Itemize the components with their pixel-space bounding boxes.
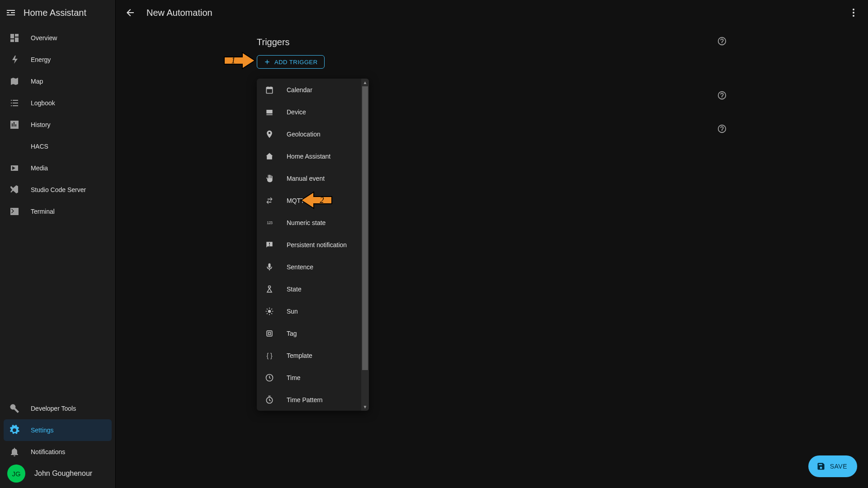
sidebar-item-notifications[interactable]: Notifications <box>4 441 112 463</box>
trigger-option-mqtt[interactable]: MQTT 2 <box>257 189 369 211</box>
menu-item-label: Time Pattern <box>287 396 323 404</box>
section-header: Triggers <box>257 36 727 48</box>
sidebar-item-terminal[interactable]: Terminal <box>4 201 112 222</box>
sidebar-item-settings[interactable]: Settings <box>4 419 112 441</box>
hand-icon <box>265 174 274 183</box>
sidebar-user[interactable]: JG John Goughenour <box>4 463 112 484</box>
trigger-option-persistent-notification[interactable]: Persistent notification <box>257 234 369 256</box>
menu-item-label: Template <box>287 352 312 359</box>
bell-icon <box>9 446 20 457</box>
state-icon <box>265 285 274 294</box>
overflow-menu-button[interactable] <box>844 4 863 22</box>
annotation-arrow-step2: 2 <box>298 189 333 211</box>
braces-icon: { } <box>265 351 274 360</box>
sidebar-item-history[interactable]: History <box>4 114 112 136</box>
section-conditions <box>257 90 727 102</box>
section-header <box>257 90 727 102</box>
menu-collapse-icon[interactable] <box>5 7 16 18</box>
svg-point-2 <box>853 15 854 17</box>
section-actions <box>257 124 727 136</box>
trigger-option-sentence[interactable]: Sentence <box>257 256 369 278</box>
sidebar-item-label: Studio Code Server <box>31 186 86 193</box>
sidebar-item-label: Settings <box>31 427 54 434</box>
trigger-option-time-pattern[interactable]: Time Pattern <box>257 389 369 411</box>
menu-item-label: Sun <box>287 308 298 315</box>
hacs-icon <box>9 141 20 152</box>
annotation-step2-label: 2 <box>320 196 324 205</box>
sidebar-item-label: Terminal <box>31 208 55 215</box>
gear-icon <box>9 425 20 436</box>
sidebar-item-label: Logbook <box>31 99 55 107</box>
section-header <box>257 124 727 136</box>
scroll-down-icon[interactable]: ▼ <box>361 403 369 411</box>
avatar-initials: JG <box>12 470 20 478</box>
menu-item-label: State <box>287 286 302 293</box>
scroll-up-icon[interactable]: ▲ <box>361 79 369 86</box>
section-triggers: Triggers Add Trigger 1 /* place <box>257 36 727 69</box>
save-label: SAVE <box>830 463 847 470</box>
back-button[interactable] <box>121 4 139 22</box>
sidebar-item-label: Notifications <box>31 448 65 455</box>
sidebar-item-studio-code[interactable]: Studio Code Server <box>4 179 112 201</box>
add-trigger-label: Add Trigger <box>274 59 318 66</box>
sidebar-bottom: Developer Tools Settings Notifications J… <box>0 396 115 488</box>
trigger-option-template[interactable]: { } Template <box>257 344 369 366</box>
device-icon <box>265 108 274 117</box>
sidebar-nav: Overview Energy Map Logbook History HACS <box>0 25 115 396</box>
numeric-icon: 123 <box>265 218 274 227</box>
svg-point-0 <box>853 9 854 10</box>
sidebar-item-media[interactable]: Media <box>4 157 112 179</box>
trigger-option-time[interactable]: Time <box>257 366 369 389</box>
topbar: New Automation <box>116 0 868 25</box>
sidebar-item-label: Energy <box>31 56 51 63</box>
trigger-option-home-assistant[interactable]: Home Assistant <box>257 145 369 167</box>
sidebar-item-overview[interactable]: Overview <box>4 27 112 49</box>
trigger-option-device[interactable]: Device <box>257 101 369 123</box>
save-icon <box>816 462 826 471</box>
map-icon <box>9 76 20 87</box>
sidebar-item-developer-tools[interactable]: Developer Tools <box>4 398 112 419</box>
help-icon[interactable] <box>717 36 727 48</box>
user-name: John Goughenour <box>34 469 92 478</box>
sidebar-item-map[interactable]: Map <box>4 70 112 92</box>
trigger-option-manual-event[interactable]: Manual event <box>257 167 369 189</box>
svg-rect-5 <box>267 331 272 336</box>
sidebar-item-label: History <box>31 121 51 128</box>
help-icon[interactable] <box>717 90 727 102</box>
trigger-option-state[interactable]: State <box>257 278 369 300</box>
sidebar-item-energy[interactable]: Energy <box>4 49 112 70</box>
sidebar-item-label: Media <box>31 164 48 172</box>
add-trigger-button[interactable]: Add Trigger <box>257 55 325 69</box>
sidebar-item-label: Developer Tools <box>31 405 76 412</box>
trigger-option-tag[interactable]: Tag <box>257 322 369 344</box>
tag-icon <box>265 329 274 338</box>
menu-item-label: Device <box>287 108 306 116</box>
svg-point-4 <box>268 310 271 313</box>
avatar: JG <box>7 465 25 483</box>
vscode-icon <box>9 184 20 195</box>
menu-item-label: Numeric state <box>287 219 326 226</box>
clock-icon <box>265 373 274 382</box>
swap-icon <box>265 196 274 205</box>
trigger-option-numeric-state[interactable]: 123 Numeric state <box>257 211 369 234</box>
sidebar-item-hacs[interactable]: HACS <box>4 136 112 157</box>
plus-icon <box>264 58 271 66</box>
sidebar-item-label: Overview <box>31 34 57 42</box>
menu-item-label: Time <box>287 374 301 381</box>
trigger-option-sun[interactable]: Sun <box>257 300 369 322</box>
list-icon <box>9 98 20 108</box>
help-icon[interactable] <box>717 124 727 136</box>
home-assistant-icon <box>265 152 274 161</box>
svg-point-1 <box>853 12 854 14</box>
microphone-icon <box>265 263 274 272</box>
sidebar-item-label: HACS <box>31 143 48 150</box>
app-title: Home Assistant <box>24 8 86 18</box>
menu-item-label: Home Assistant <box>287 153 330 160</box>
sidebar-item-logbook[interactable]: Logbook <box>4 92 112 114</box>
sidebar: Home Assistant Overview Energy Map Logbo… <box>0 0 116 488</box>
menu-item-label: Sentence <box>287 263 313 271</box>
main-content: New Automation Triggers Add Trigger <box>116 0 868 488</box>
save-button[interactable]: SAVE <box>808 455 857 477</box>
media-icon <box>9 163 20 174</box>
sidebar-item-label: Map <box>31 78 43 85</box>
